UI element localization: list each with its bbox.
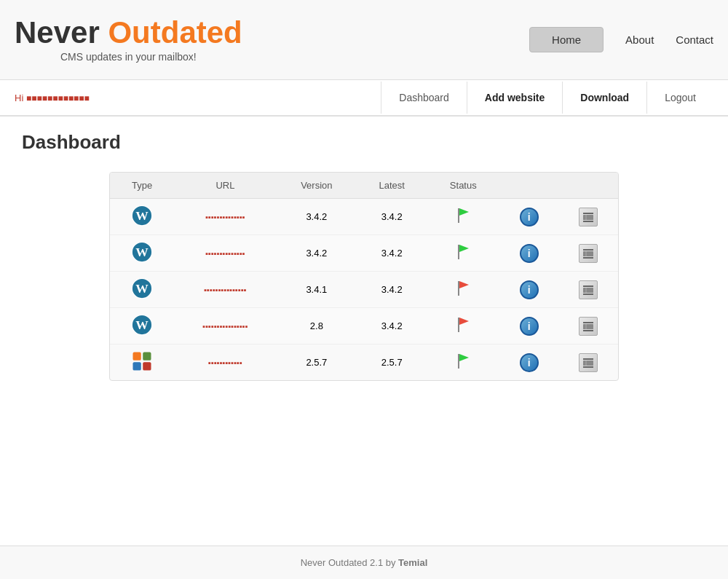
subnav-greeting: Hi ■■■■■■■■■■■■: [15, 92, 381, 103]
cell-info[interactable]: i: [499, 308, 559, 344]
col-version: Version: [277, 173, 357, 199]
svg-rect-36: [133, 352, 141, 361]
col-type: Type: [110, 173, 174, 199]
svg-rect-7: [583, 221, 593, 222]
footer-brand: Temial: [398, 557, 427, 568]
svg-rect-15: [583, 251, 593, 256]
cell-type: W: [110, 235, 174, 272]
logo-subtitle: CMS updates in your mailbox!: [15, 51, 242, 63]
svg-marker-22: [459, 281, 469, 288]
col-latest: Latest: [357, 173, 427, 199]
svg-text:W: W: [135, 245, 149, 259]
svg-rect-34: [583, 330, 593, 331]
cell-url[interactable]: ▪▪▪▪▪▪▪▪▪▪▪▪▪▪▪▪: [174, 308, 277, 344]
footer: Never Outdated 2.1 by Temial: [0, 545, 728, 579]
cell-version: 2.8: [277, 308, 357, 344]
svg-rect-44: [583, 366, 593, 368]
svg-marker-31: [459, 318, 469, 325]
nav-download[interactable]: Download: [562, 82, 646, 114]
table-row: ▪▪▪▪▪▪▪▪▪▪▪▪ 2.5.7 2.5.7 i: [110, 344, 618, 381]
cell-latest: 3.4.2: [357, 235, 427, 272]
cell-type: W: [110, 308, 174, 344]
subnav: Hi ■■■■■■■■■■■■ Dashboard Add website Do…: [0, 80, 728, 117]
cell-settings[interactable]: [558, 199, 618, 235]
page-title: Dashboard: [22, 131, 706, 154]
cell-url[interactable]: ▪▪▪▪▪▪▪▪▪▪▪▪: [174, 344, 277, 381]
header: Never Outdated CMS updates in your mailb…: [0, 0, 728, 80]
table-row: W ▪▪▪▪▪▪▪▪▪▪▪▪▪▪▪ 3.4.1 3.4.2 i: [110, 272, 618, 308]
svg-rect-43: [583, 361, 593, 366]
svg-rect-23: [583, 285, 593, 287]
table-row: W ▪▪▪▪▪▪▪▪▪▪▪▪▪▪▪▪ 2.8 3.4.2 i: [110, 308, 618, 344]
nav-add-website[interactable]: Add website: [467, 82, 562, 114]
svg-text:W: W: [135, 208, 149, 223]
cell-status: [427, 199, 499, 235]
cell-status: [427, 235, 499, 272]
svg-rect-30: [458, 318, 459, 332]
cell-type: [110, 344, 174, 381]
cell-info[interactable]: i: [499, 235, 559, 272]
cell-version: 3.4.1: [277, 272, 357, 308]
table-row: W ▪▪▪▪▪▪▪▪▪▪▪▪▪▪ 3.4.2 3.4.2 i: [110, 199, 618, 235]
cell-status: [427, 272, 499, 308]
cell-status: [427, 308, 499, 344]
svg-rect-12: [458, 245, 459, 259]
svg-rect-33: [583, 324, 593, 329]
cell-settings[interactable]: [558, 272, 618, 308]
nav-home-button[interactable]: Home: [529, 27, 604, 52]
svg-text:W: W: [135, 281, 149, 296]
cell-url[interactable]: ▪▪▪▪▪▪▪▪▪▪▪▪▪▪: [174, 235, 277, 272]
nav-logout[interactable]: Logout: [646, 82, 713, 114]
cell-latest: 3.4.2: [357, 272, 427, 308]
nav-dashboard[interactable]: Dashboard: [381, 82, 467, 114]
nav-about-link[interactable]: About: [625, 34, 654, 46]
cell-version: 3.4.2: [277, 199, 357, 235]
cell-settings[interactable]: [558, 308, 618, 344]
svg-rect-24: [583, 288, 593, 293]
svg-rect-42: [583, 358, 593, 360]
svg-rect-5: [583, 213, 593, 214]
cell-latest: 3.4.2: [357, 308, 427, 344]
svg-rect-25: [583, 294, 593, 295]
col-status: Status: [427, 173, 499, 199]
svg-rect-38: [133, 362, 141, 370]
svg-rect-6: [583, 215, 593, 220]
user-greeting: ■■■■■■■■■■■■: [26, 93, 90, 103]
table-row: W ▪▪▪▪▪▪▪▪▪▪▪▪▪▪ 3.4.2 3.4.2 i: [110, 235, 618, 272]
cell-info[interactable]: i: [499, 272, 559, 308]
svg-marker-13: [459, 245, 469, 252]
svg-text:W: W: [135, 318, 149, 332]
cell-info[interactable]: i: [499, 344, 559, 381]
cell-url[interactable]: ▪▪▪▪▪▪▪▪▪▪▪▪▪▪: [174, 199, 277, 235]
table-header-row: Type URL Version Latest Status: [110, 173, 618, 199]
svg-rect-3: [458, 208, 459, 223]
main-content: Dashboard Type URL Version Latest Status…: [0, 117, 728, 545]
nav-contact-link[interactable]: Contact: [676, 34, 713, 46]
cell-status: [427, 344, 499, 381]
svg-rect-39: [143, 362, 151, 370]
cell-url[interactable]: ▪▪▪▪▪▪▪▪▪▪▪▪▪▪▪: [174, 272, 277, 308]
cell-type: W: [110, 272, 174, 308]
cell-settings[interactable]: [558, 235, 618, 272]
cell-type: W: [110, 199, 174, 235]
svg-marker-4: [459, 208, 469, 216]
svg-rect-37: [143, 352, 151, 361]
cell-info[interactable]: i: [499, 199, 559, 235]
col-actions-1: [499, 173, 559, 199]
cell-latest: 3.4.2: [357, 199, 427, 235]
col-url: URL: [174, 173, 277, 199]
nav-links: Home About Contact: [529, 27, 713, 52]
subnav-links: Dashboard Add website Download Logout: [381, 82, 713, 114]
cell-version: 2.5.7: [277, 344, 357, 381]
logo-outdated: Outdated: [108, 15, 242, 50]
svg-rect-16: [583, 257, 593, 259]
logo-area: Never Outdated CMS updates in your mailb…: [15, 17, 242, 63]
col-actions-2: [558, 173, 618, 199]
svg-rect-40: [458, 354, 459, 369]
cell-latest: 2.5.7: [357, 344, 427, 381]
svg-rect-21: [458, 281, 459, 296]
logo-never: Never: [15, 15, 100, 50]
websites-table-wrapper: Type URL Version Latest Status W ▪▪▪▪▪▪▪…: [109, 172, 619, 381]
svg-rect-14: [583, 249, 593, 251]
cell-settings[interactable]: [558, 344, 618, 381]
